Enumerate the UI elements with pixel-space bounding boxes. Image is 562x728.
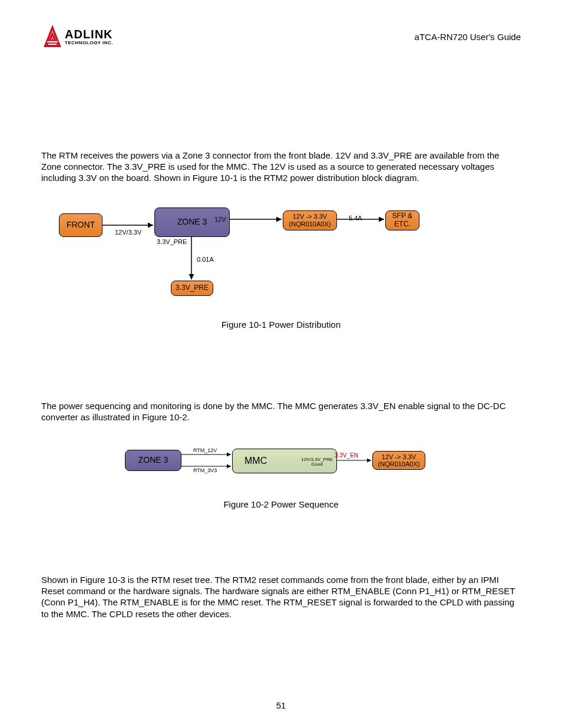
- box-33vpre: 3.3V_PRE: [171, 281, 213, 296]
- figure-10-1: FRONT ZONE 3 12V -> 3.3V (NQR010A0X) SFP…: [59, 207, 436, 308]
- svg-rect-1: [48, 44, 57, 45]
- label-rtm-3v3: RTM_3V3: [193, 467, 217, 473]
- mmc-sub-label: 12V/3.3V_PRE Good: [301, 457, 333, 467]
- document-title: aTCA-RN720 User's Guide: [415, 32, 521, 42]
- label-12v-3.3v: 12V/3.3V: [115, 229, 141, 236]
- box-converter: 12V -> 3.3V (NQR010A0X): [283, 210, 337, 230]
- logo-brand: ADLINK: [65, 28, 113, 41]
- page-number: 51: [0, 700, 562, 710]
- adlink-logo-icon: [41, 24, 64, 50]
- page-header: ADLINK TECHNOLOGY INC. aTCA-RN720 User's…: [41, 24, 521, 50]
- logo-subtext: TECHNOLOGY INC.: [65, 40, 113, 45]
- mmc-label: MMC: [244, 456, 267, 466]
- box-front: FRONT: [59, 213, 103, 237]
- paragraph-1: The RTM receives the powers via a Zone 3…: [41, 150, 521, 184]
- box-converter-2: 12V -> 3.3V (NQR010A0X): [372, 451, 425, 470]
- label-5.4a: 5.4A: [349, 215, 362, 222]
- label-12v: 12V: [214, 216, 226, 223]
- label-0.01a: 0.01A: [197, 256, 214, 263]
- logo: ADLINK TECHNOLOGY INC.: [41, 24, 113, 50]
- paragraph-2: The power sequencing and monitoring is d…: [41, 400, 521, 423]
- figure-10-1-arrows: [59, 207, 436, 308]
- label-rtm-12v: RTM_12V: [193, 447, 217, 453]
- label-3.3v-pre: 3.3V_PRE: [157, 238, 187, 245]
- figure-10-2: ZONE 3 MMC 12V/3.3V_PRE Good 12V -> 3.3V…: [125, 446, 437, 476]
- paragraph-3: Shown in Figure 10-3 is the RTM reset tr…: [41, 574, 521, 620]
- label-3.3v-en: 3.3V_EN: [335, 452, 358, 459]
- box-mmc: MMC 12V/3.3V_PRE Good: [232, 449, 337, 473]
- figure-10-2-caption: Figure 10-2 Power Sequence: [41, 499, 521, 509]
- box-zone3-2: ZONE 3: [125, 450, 181, 471]
- figure-10-1-caption: Figure 10-1 Power Distribution: [41, 319, 521, 330]
- svg-rect-0: [47, 41, 58, 42]
- box-sfp: SFP & ETC.: [385, 210, 419, 230]
